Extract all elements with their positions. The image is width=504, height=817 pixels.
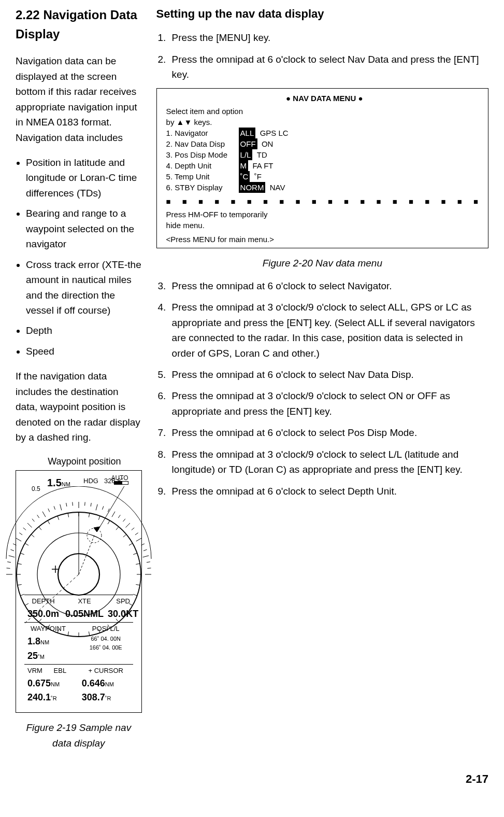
step-item: Press the omnipad at 3 o'clock/9 o'clock…: [169, 447, 488, 477]
step-item: Press the omnipad at 6 o'clock to select…: [169, 52, 488, 82]
svg-line-41: [136, 538, 141, 541]
svg-line-82: [57, 516, 59, 520]
step-item: Press the omnipad at 6 o'clock to select…: [169, 278, 488, 293]
svg-line-38: [125, 523, 129, 527]
xte-value: 0.05NML: [65, 607, 104, 622]
svg-line-26: [60, 504, 62, 511]
svg-line-32: [96, 504, 97, 511]
bullet-item: Speed: [26, 344, 142, 359]
ebl-value: 240.1: [27, 692, 51, 702]
waypoint-label: WAYPOINT: [27, 624, 76, 634]
posi-lon: 166˚ 04. 00E: [82, 643, 130, 652]
menu-footer: hide menu.: [166, 220, 483, 231]
svg-line-21: [32, 519, 34, 522]
svg-line-12: [6, 568, 10, 569]
svg-line-37: [123, 519, 125, 522]
steps-list-b: Press the omnipad at 6 o'clock to select…: [156, 278, 488, 499]
svg-line-58: [136, 585, 140, 585]
svg-line-53: [123, 534, 126, 537]
svg-line-46: [147, 568, 151, 569]
step-item: Press the omnipad at 3 o'clock/9 o'clock…: [169, 300, 488, 361]
bullet-item: Bearing and range to a waypoint selected…: [26, 206, 142, 251]
step-item: Press the [MENU] key.: [169, 30, 488, 45]
step-item: Press the omnipad at 3 o'clock/9 o'clock…: [169, 388, 488, 419]
posi-label: POSI L/L: [82, 624, 130, 634]
svg-line-20: [27, 523, 32, 527]
svg-line-25: [54, 506, 55, 510]
svg-line-24: [48, 509, 50, 512]
xte-label: XTE: [65, 596, 104, 607]
menu-title: ● NAV DATA MENU ●: [166, 93, 483, 104]
svg-line-49: [89, 513, 89, 517]
svg-line-43: [143, 550, 147, 551]
menu-row: 5. Temp Unit˚C ˚F: [166, 171, 483, 182]
svg-line-13: [7, 562, 11, 562]
intro-paragraph: Navigation data can be displayed at the …: [16, 53, 142, 145]
waypoint-callout: Waypoint position: [16, 455, 142, 469]
spd-label: SPD: [108, 596, 138, 607]
svg-line-73: [20, 595, 24, 596]
menu-row: 3. Pos Disp ModeL/L TD: [166, 149, 483, 160]
section-heading: 2.22 Navigation Data Display: [16, 5, 142, 44]
svg-line-54: [129, 543, 133, 545]
svg-line-76: [18, 564, 22, 564]
cursor-bearing: 308.7: [82, 692, 105, 702]
svg-line-42: [141, 544, 144, 545]
step-item: Press the omnipad at 6 o'clock to select…: [169, 367, 488, 382]
radar-data-table: DEPTH 350.0m XTE 0.05NML SPD 30.0KT: [24, 595, 133, 712]
figure-2-19-caption: Figure 2-19 Sample nav data display: [16, 720, 142, 751]
svg-line-17: [16, 538, 21, 541]
nav-data-menu-box: ● NAV DATA MENU ● Select item and option…: [156, 88, 488, 248]
heading-label: HDG: [83, 476, 98, 486]
step-item: Press the omnipad at 6 o'clock to select…: [169, 425, 488, 440]
menu-footer: Press HM-OFF to temporarily: [166, 209, 483, 220]
radar-display: 1.5NM 0.5 HDG 326.8˚ AUTO: [16, 470, 142, 713]
depth-value: 350.0m: [27, 607, 59, 622]
ebl-label: EBL: [54, 667, 67, 674]
bullet-item: Depth: [26, 323, 142, 338]
svg-line-50: [98, 516, 100, 520]
menu-row: 4. Depth UnitM FA FT: [166, 160, 483, 171]
svg-line-56: [136, 564, 140, 564]
menu-row: 6. STBY DisplayNORM NAV: [166, 182, 483, 193]
svg-line-80: [39, 527, 41, 530]
svg-line-45: [147, 562, 150, 562]
svg-line-83: [68, 513, 68, 517]
figure-2-20-caption: Figure 2-20 Nav data menu: [156, 256, 488, 271]
vrm-label: VRM: [27, 667, 42, 674]
menu-hint: by ▲▼ keys.: [166, 117, 483, 128]
posi-lat: 66˚ 04. 00N: [82, 635, 130, 643]
svg-line-77: [20, 553, 24, 555]
svg-line-81: [48, 520, 50, 524]
svg-line-39: [132, 528, 134, 530]
subsection-heading: Setting up the nav data display: [156, 5, 488, 23]
nav-data-bullets: Position in latitude and longitude or Lo…: [16, 155, 142, 359]
wp-distance: 1.8: [27, 636, 40, 646]
svg-line-31: [91, 503, 91, 506]
svg-line-51: [108, 520, 110, 524]
svg-line-79: [31, 534, 34, 537]
svg-line-15: [10, 550, 14, 551]
vrm-value: 0.675: [27, 678, 51, 688]
svg-line-33: [102, 506, 103, 510]
svg-line-35: [112, 512, 115, 517]
cursor-range: 0.646: [82, 678, 105, 688]
menu-row: 2. Nav Data DispOFF ON: [166, 138, 483, 149]
svg-line-30: [84, 502, 85, 506]
auto-bar-icon: [114, 481, 128, 485]
bullet-item: Cross track error (XTE-the amount in nau…: [26, 257, 142, 318]
svg-marker-10: [94, 527, 100, 532]
step-item: Press the omnipad at 6 o'clock to select…: [169, 484, 488, 499]
menu-row: 1. NavigatorALL GPS LC: [166, 128, 483, 138]
svg-line-18: [19, 533, 22, 535]
svg-line-36: [118, 515, 120, 518]
svg-line-23: [42, 512, 46, 517]
svg-line-28: [73, 502, 73, 506]
wp-bearing: 25: [27, 651, 38, 661]
bullet-item: Position in latitude and longitude or Lo…: [26, 155, 142, 201]
menu-bracket-hint: <Press MENU for main menu.>: [166, 234, 483, 245]
svg-line-22: [37, 515, 39, 518]
cursor-label: + CURSOR: [82, 666, 130, 676]
svg-line-52: [116, 527, 119, 530]
svg-line-44: [142, 556, 149, 557]
